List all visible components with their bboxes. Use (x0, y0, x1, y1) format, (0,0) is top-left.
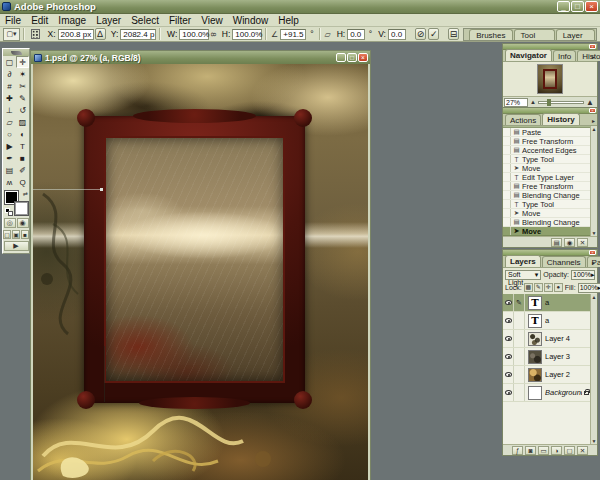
notes-tool[interactable]: ▤ (3, 164, 16, 176)
canvas-area[interactable] (33, 64, 368, 480)
rotate-input[interactable]: +91.5 (280, 29, 306, 40)
navigator-zoom-input[interactable]: 27% (504, 98, 528, 107)
type-tool[interactable]: T (16, 140, 29, 152)
history-source-checkbox[interactable] (503, 227, 511, 235)
well-tab-layer-comps[interactable]: Layer Comps (556, 29, 595, 40)
full-screen-mode-button[interactable]: ■ (21, 230, 29, 239)
menu-window[interactable]: Window (228, 15, 274, 26)
type-layer-thumbnail[interactable]: T (528, 314, 542, 328)
history-source-checkbox[interactable] (503, 146, 511, 154)
navigator-tab-navigator[interactable]: Navigator (505, 49, 552, 61)
minimize-button[interactable]: _ (557, 1, 570, 12)
visibility-toggle[interactable] (503, 294, 514, 311)
opacity-input[interactable]: 100% ▸ (571, 270, 595, 280)
skew-h-input[interactable]: 0.0 (347, 29, 365, 40)
fill-input[interactable]: 100% ▸ (578, 283, 600, 293)
history-brush-tool[interactable]: ↺ (16, 104, 29, 116)
menu-view[interactable]: View (196, 15, 228, 26)
layer-row-layer-4[interactable]: Layer 4 (503, 330, 597, 348)
reference-point-locator[interactable] (31, 29, 40, 39)
magic-wand-tool[interactable]: ✶ (16, 68, 29, 80)
scroll-up-icon[interactable]: ▲ (592, 294, 597, 300)
swap-colors-icon[interactable]: ⇄ (23, 190, 28, 197)
layers-tab-layers[interactable]: Layers (505, 255, 541, 267)
visibility-toggle[interactable] (503, 330, 514, 347)
add-layer-mask-button[interactable]: ◙ (525, 446, 536, 455)
visibility-toggle[interactable] (503, 348, 514, 365)
lasso-tool[interactable]: ∂ (3, 68, 16, 80)
pen-tool[interactable]: ✒ (3, 152, 16, 164)
visibility-toggle[interactable] (503, 366, 514, 383)
app-titlebar[interactable]: Adobe Photoshop _ □ × (0, 0, 600, 14)
height-input[interactable]: 100.0% (232, 29, 262, 40)
history-source-checkbox[interactable] (503, 173, 511, 181)
rectangular-marquee-tool[interactable]: ▢ (3, 56, 16, 68)
new-snapshot-button[interactable]: ◉ (564, 238, 575, 247)
skew-v-input[interactable]: 0.0 (388, 29, 406, 40)
layer-row-background[interactable]: Background (503, 384, 597, 402)
layer-thumbnail[interactable] (528, 350, 542, 364)
quick-mask-mode-button[interactable]: ◉ (17, 218, 29, 228)
background-thumbnail[interactable] (528, 386, 542, 400)
history-item-move[interactable]: ➤Move (503, 227, 597, 236)
delete-state-button[interactable]: ✕ (577, 238, 588, 247)
brush-tool[interactable]: ✎ (16, 92, 29, 104)
layer-row-layer-2[interactable]: Layer 2 (503, 366, 597, 384)
type-layer-thumbnail[interactable]: T (528, 296, 542, 310)
layers-menu-icon[interactable]: ▸ (592, 259, 595, 266)
layer-thumbnail[interactable] (528, 332, 542, 346)
blur-tool[interactable]: ○ (3, 128, 16, 140)
path-selection-tool[interactable]: ▶ (3, 140, 16, 152)
x-input[interactable]: 200.8 px (58, 29, 94, 40)
well-tab-brushes[interactable]: Brushes (469, 29, 512, 40)
cancel-transform-button[interactable]: ⊘ (415, 28, 426, 40)
scroll-down-icon[interactable]: ▼ (592, 438, 597, 444)
new-document-from-state-button[interactable]: ▤ (551, 238, 562, 247)
zoom-tool[interactable]: Q (16, 176, 29, 188)
layers-close-icon[interactable]: × (589, 250, 596, 255)
menu-layer[interactable]: Layer (91, 15, 126, 26)
scroll-up-icon[interactable]: ▲ (592, 126, 597, 132)
lock-all-button[interactable]: ● (554, 283, 563, 292)
well-tab-tool-presets[interactable]: Tool Presets (514, 29, 555, 40)
lock-position-button[interactable]: ✛ (544, 283, 553, 292)
restore-button[interactable]: □ (571, 1, 584, 12)
history-source-checkbox[interactable] (503, 182, 511, 190)
width-input[interactable]: 100.0% (179, 29, 209, 40)
standard-screen-mode-button[interactable]: ▢ (3, 230, 11, 239)
navigator-menu-icon[interactable]: ▸ (592, 53, 595, 60)
commit-transform-button[interactable]: ✓ (428, 28, 439, 40)
navigator-tab-histogram[interactable]: Histogram (577, 50, 600, 61)
layer-row-a[interactable]: ✎Ta (503, 294, 597, 312)
full-screen-menubar-mode-button[interactable]: ▣ (12, 230, 20, 239)
menu-image[interactable]: Image (53, 15, 91, 26)
hand-tool[interactable]: ʍ (3, 176, 16, 188)
eraser-tool[interactable]: ▱ (3, 116, 16, 128)
document-titlebar[interactable]: 1.psd @ 27% (a, RGB/8) _ □ × (31, 51, 370, 64)
visibility-toggle[interactable] (503, 312, 514, 329)
y-input[interactable]: 2082.4 p (120, 29, 156, 40)
visibility-toggle[interactable] (503, 384, 514, 401)
transform-edge-horizontal[interactable] (33, 189, 101, 190)
navigator-thumbnail[interactable] (537, 64, 563, 94)
layer-thumbnail[interactable] (528, 368, 542, 382)
jump-to-imageready-button[interactable]: ▶ (4, 241, 29, 251)
close-button[interactable]: × (585, 1, 598, 12)
standard-mode-button[interactable]: ◎ (4, 218, 16, 228)
eyedropper-tool[interactable]: ✐ (16, 164, 29, 176)
navigator-tab-info[interactable]: Info (553, 50, 576, 61)
history-source-checkbox[interactable] (503, 128, 511, 136)
history-source-checkbox[interactable] (503, 164, 511, 172)
history-source-checkbox[interactable] (503, 200, 511, 208)
lock-transparency-button[interactable]: ▩ (524, 283, 533, 292)
history-close-icon[interactable]: × (589, 108, 596, 113)
lock-pixels-button[interactable]: ✎ (534, 283, 543, 292)
doc-close-button[interactable]: × (358, 53, 368, 62)
layers-tab-channels[interactable]: Channels (542, 256, 586, 267)
navigator-zoom-slider[interactable] (538, 101, 584, 104)
zoom-in-icon[interactable]: ▲ (586, 98, 594, 107)
menu-help[interactable]: Help (273, 15, 304, 26)
layer-row-a[interactable]: Ta (503, 312, 597, 330)
history-tab-history[interactable]: History (542, 113, 580, 125)
move-tool[interactable]: ✛ (16, 56, 29, 68)
